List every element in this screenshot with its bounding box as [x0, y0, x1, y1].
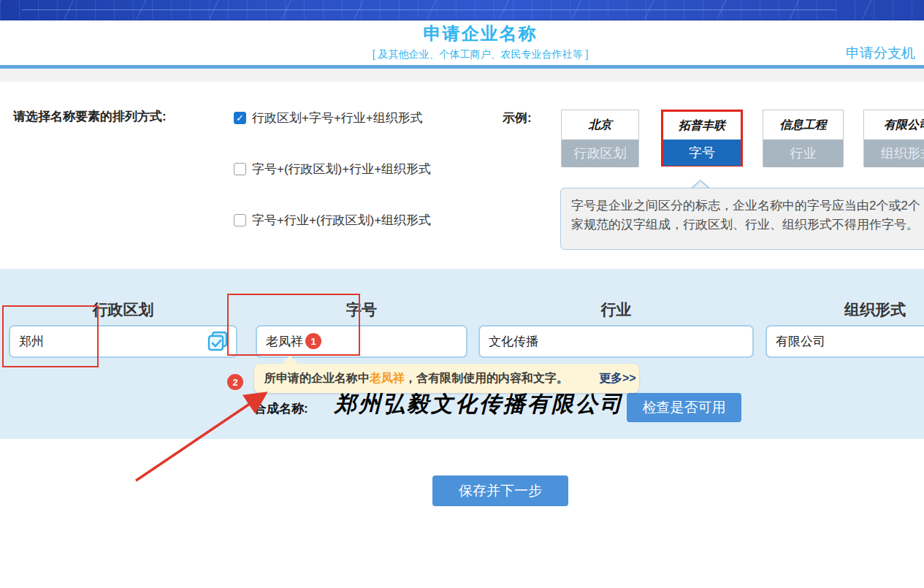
industry-input[interactable] — [478, 325, 754, 358]
example-box-category: 行业 — [763, 140, 843, 167]
region-picker-icon[interactable] — [207, 331, 229, 353]
checkbox-unchecked-icon[interactable] — [234, 163, 246, 175]
arrangement-option-label: 行政区划+字号+行业+组织形式 — [252, 110, 423, 126]
top-tech-banner — [0, 0, 924, 20]
example-box-category: 组织形式 — [864, 140, 924, 167]
page-header: 申请企业名称 [ 及其他企业、个体工商户、农民专业合作社等 ] — [37, 22, 924, 61]
example-box-name: 有限公司 — [864, 110, 924, 140]
warning-more-link[interactable]: 更多>> — [599, 371, 636, 386]
example-box-name: 信息工程 — [763, 110, 843, 140]
arrangement-option-label: 字号+行业+(行政区划)+组织形式 — [252, 212, 431, 229]
example-label: 示例: — [503, 110, 532, 126]
example-box-orgform: 有限公司 组织形式 — [863, 110, 924, 167]
column-header-tradename: 字号 — [256, 299, 467, 320]
composed-name-label: 合成名称: — [254, 400, 308, 417]
save-next-button[interactable]: 保存并下一步 — [432, 476, 568, 506]
column-header-industry: 行业 — [478, 299, 754, 320]
arrangement-label: 请选择名称要素的排列方式: — [13, 108, 167, 125]
header-subdivider — [0, 69, 924, 82]
tooltip-text-line2: 家规范的汉字组成，行政区划、行业、组织形式不得用作字号。 — [571, 215, 924, 234]
checkbox-unchecked-icon[interactable] — [234, 214, 246, 226]
check-availability-button[interactable]: 检查是否可用 — [627, 393, 741, 422]
example-box-region: 北京 行政区划 — [561, 110, 639, 167]
example-box-category: 行政区划 — [562, 140, 638, 167]
page: 申请企业名称 [ 及其他企业、个体工商户、农民专业合作社等 ] 申请分支机 请选… — [0, 0, 924, 588]
tradename-explanation-tooltip: 字号是企业之间区分的标志，企业名称中的字号应当由2个或2个 家规范的汉字组成，行… — [560, 188, 924, 250]
example-box-name: 北京 — [562, 110, 638, 140]
composed-name-value: 郑州弘毅文化传播有限公司 — [335, 389, 619, 419]
region-input[interactable] — [9, 325, 237, 358]
tooltip-text-line1: 字号是企业之间区分的标志，企业名称中的字号应当由2个或2个 — [571, 196, 924, 215]
arrangement-option-label: 字号+(行政区划)+行业+组织形式 — [252, 161, 431, 177]
page-title: 申请企业名称 — [37, 22, 924, 45]
example-box-category: 字号 — [663, 140, 741, 166]
arrangement-option-1[interactable]: ✓ 行政区划+字号+行业+组织形式 — [234, 110, 423, 126]
example-box-name: 拓普丰联 — [663, 112, 741, 140]
banner-glow-line — [22, 9, 836, 10]
example-box-industry: 信息工程 行业 — [763, 110, 844, 167]
warning-suffix: ，含有限制使用的内容和文字。 — [405, 371, 568, 386]
column-header-region: 行政区划 — [9, 299, 237, 320]
warning-caret-icon — [282, 356, 298, 364]
example-box-tradename: 拓普丰联 字号 — [661, 110, 743, 167]
warning-highlight: 老凤祥 — [370, 371, 405, 386]
warning-prefix: 所申请的企业名称中 — [264, 371, 370, 386]
orgform-input[interactable] — [765, 325, 924, 358]
checkbox-checked-icon[interactable]: ✓ — [234, 112, 246, 124]
column-header-orgform: 组织形式 — [765, 299, 924, 320]
arrangement-option-3[interactable]: 字号+行业+(行政区划)+组织形式 — [234, 212, 431, 229]
tradename-input[interactable] — [256, 325, 467, 358]
page-subtitle: [ 及其他企业、个体工商户、农民专业合作社等 ] — [37, 48, 924, 61]
restricted-name-warning: 所申请的企业名称中老凤祥，含有限制使用的内容和文字。 更多>> — [254, 364, 639, 393]
arrangement-option-2[interactable]: 字号+(行政区划)+行业+组织形式 — [234, 161, 431, 177]
branch-application-link[interactable]: 申请分支机 — [846, 44, 915, 63]
